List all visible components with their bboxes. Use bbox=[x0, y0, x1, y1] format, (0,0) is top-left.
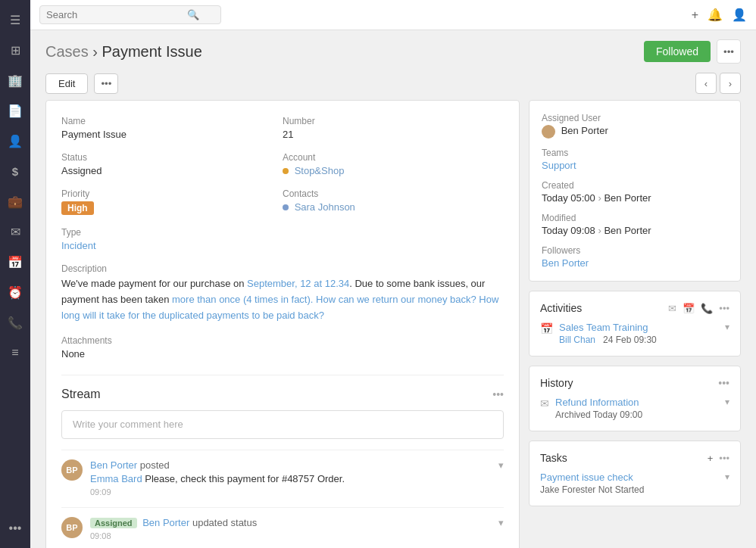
poster-name-1[interactable]: Ben Porter bbox=[90, 459, 137, 471]
post-drop-2[interactable]: ▾ bbox=[498, 517, 504, 528]
history-dropdown[interactable]: ▾ bbox=[725, 397, 729, 407]
toolbar-more-button[interactable]: ••• bbox=[94, 73, 118, 94]
post-header-2: Assigned Ben Porter updated status ▾ bbox=[90, 517, 504, 528]
modified-by[interactable]: Ben Porter bbox=[604, 225, 651, 236]
stream-post-2: BP Assigned Ben Porter updated status ▾ bbox=[61, 507, 504, 540]
teams-label: Teams bbox=[542, 148, 728, 158]
comment-input[interactable]: Write your comment here bbox=[61, 410, 504, 439]
history-meta: Archived Today 09:00 bbox=[555, 409, 719, 420]
briefcase-icon[interactable]: 💼 bbox=[2, 188, 29, 215]
activity-person[interactable]: Bill Chan bbox=[559, 335, 595, 345]
history-title: History bbox=[540, 377, 573, 389]
followers-value[interactable]: Ben Porter bbox=[542, 257, 728, 269]
created-by[interactable]: Ben Porter bbox=[604, 192, 651, 204]
history-header: History ••• bbox=[540, 377, 729, 389]
created-value: Today 05:00 › Ben Porter bbox=[542, 192, 728, 204]
header-more-button[interactable]: ••• bbox=[717, 39, 741, 64]
search-input[interactable] bbox=[46, 9, 183, 20]
calendar-icon[interactable]: 📅 bbox=[2, 248, 29, 276]
activity-phone-icon[interactable]: 📞 bbox=[701, 303, 713, 314]
next-arrow[interactable]: › bbox=[720, 73, 741, 94]
activity-dropdown[interactable]: ▾ bbox=[725, 322, 729, 332]
assigned-user-row: Assigned User Ben Porter bbox=[542, 113, 728, 139]
type-label: Type bbox=[61, 227, 504, 238]
stream-section: Stream ••• Write your comment here BP Be… bbox=[61, 375, 504, 540]
stream-header: Stream ••• bbox=[61, 388, 504, 401]
post-content-1: Ben Porter posted ▾ Emma Bard Please, ch… bbox=[90, 459, 504, 497]
activities-title: Activities bbox=[540, 302, 582, 314]
mail-icon[interactable]: ✉ bbox=[2, 218, 29, 245]
main-card: Name Payment Issue Number 21 Status Assi… bbox=[45, 100, 520, 548]
history-status: Archived bbox=[555, 409, 591, 420]
attachments-row: Attachments None bbox=[61, 335, 504, 360]
account-value[interactable]: Stop&Shop bbox=[283, 165, 504, 176]
contacts-value[interactable]: Sara Johnson bbox=[283, 201, 504, 213]
toolbar: Edit ••• ‹ › bbox=[30, 70, 756, 100]
description-row: Description We've made payment for our p… bbox=[61, 263, 504, 323]
history-item-title[interactable]: Refund Information bbox=[555, 397, 719, 408]
activity-calendar-icon[interactable]: 📅 bbox=[683, 303, 695, 314]
clock-icon[interactable]: ⏰ bbox=[2, 279, 29, 306]
poster-name-2[interactable]: Ben Porter bbox=[142, 517, 189, 528]
activity-email-icon[interactable]: ✉ bbox=[668, 303, 676, 314]
task-dropdown[interactable]: ▾ bbox=[725, 472, 729, 482]
page-content: Cases › Payment Issue Followed ••• Edit … bbox=[30, 30, 756, 548]
user-icon[interactable]: 👤 bbox=[732, 8, 747, 22]
followed-button[interactable]: Followed bbox=[644, 41, 711, 62]
account-field: Account Stop&Shop bbox=[283, 152, 504, 176]
activities-card: Activities ✉ 📅 📞 ••• 📅 Sales Team Traini… bbox=[529, 291, 741, 357]
side-panel: Assigned User Ben Porter Teams Support C… bbox=[529, 100, 741, 548]
post-action-2: updated status bbox=[192, 517, 257, 528]
stream-more-button[interactable]: ••• bbox=[492, 388, 504, 400]
building-icon[interactable]: 🏢 bbox=[2, 67, 29, 94]
home-icon[interactable]: ⊞ bbox=[2, 36, 29, 64]
account-dot bbox=[283, 168, 289, 174]
contacts-icon[interactable]: 👤 bbox=[2, 127, 29, 154]
add-icon[interactable]: + bbox=[692, 8, 698, 22]
phone-icon[interactable]: 📞 bbox=[2, 309, 29, 336]
bell-icon[interactable]: 🔔 bbox=[708, 8, 723, 22]
tasks-title: Tasks bbox=[540, 452, 567, 464]
stream-post-1: BP Ben Porter posted ▾ Emma Bard bbox=[61, 450, 504, 497]
status-label: Status bbox=[61, 152, 283, 163]
task-assignee: Jake Forester bbox=[540, 484, 595, 495]
description-field: Description We've made payment for our p… bbox=[61, 263, 504, 323]
tasks-add-button[interactable]: + bbox=[708, 453, 714, 464]
task-title[interactable]: Payment issue check bbox=[540, 472, 644, 483]
status-field: Status Assigned bbox=[61, 152, 283, 176]
number-value: 21 bbox=[283, 129, 504, 140]
teams-value[interactable]: Support bbox=[542, 160, 728, 171]
more-icon[interactable]: ••• bbox=[2, 515, 29, 542]
activity-more-button[interactable]: ••• bbox=[719, 303, 729, 314]
main-area: 🔍 + 🔔 👤 Cases › Payment Issue Followed •… bbox=[30, 0, 756, 548]
number-field: Number 21 bbox=[283, 116, 504, 140]
assigned-user-name[interactable]: Ben Porter bbox=[561, 125, 608, 136]
dollar-icon[interactable]: $ bbox=[2, 157, 29, 185]
activity-title[interactable]: Sales Team Training bbox=[559, 322, 719, 333]
post-time-1: 09:09 bbox=[90, 487, 504, 497]
attachments-label: Attachments bbox=[61, 335, 504, 346]
search-box[interactable]: 🔍 bbox=[39, 5, 221, 24]
document-icon[interactable]: 📄 bbox=[2, 97, 29, 124]
priority-value: High bbox=[61, 201, 283, 215]
header-actions: Followed ••• bbox=[644, 39, 741, 64]
post-time-2: 09:08 bbox=[90, 531, 504, 540]
breadcrumb: Cases › Payment Issue bbox=[45, 43, 202, 61]
menu-icon[interactable]: ☰ bbox=[2, 6, 29, 33]
mention-name[interactable]: Emma Bard bbox=[90, 473, 142, 484]
nav-arrows: ‹ › bbox=[695, 73, 741, 94]
list-icon[interactable]: ≡ bbox=[2, 339, 29, 366]
page-title: Payment Issue bbox=[102, 43, 202, 60]
history-more-button[interactable]: ••• bbox=[718, 377, 729, 389]
attachments-value: None bbox=[61, 348, 504, 360]
prev-arrow[interactable]: ‹ bbox=[695, 73, 717, 94]
account-label: Account bbox=[283, 152, 504, 163]
breadcrumb-link[interactable]: Cases bbox=[45, 43, 89, 60]
assigned-user-value: Ben Porter bbox=[542, 125, 728, 139]
topbar: 🔍 + 🔔 👤 bbox=[30, 0, 756, 30]
modified-value: Today 09:08 › Ben Porter bbox=[542, 225, 728, 236]
tasks-more-button[interactable]: ••• bbox=[719, 453, 729, 464]
edit-button[interactable]: Edit bbox=[45, 73, 88, 94]
breadcrumb-separator: › bbox=[92, 43, 98, 60]
post-drop-1[interactable]: ▾ bbox=[498, 459, 504, 471]
